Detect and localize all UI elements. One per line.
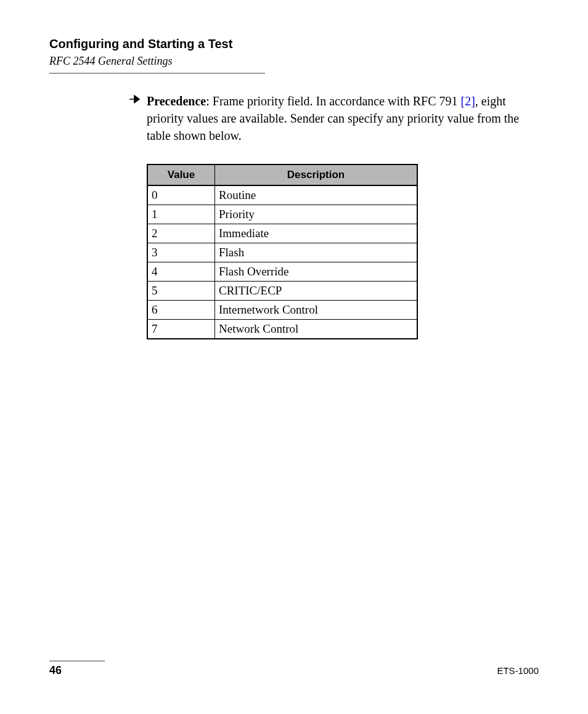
cell-description: Priority (215, 205, 418, 224)
table-row: 3 Flash (147, 243, 417, 262)
para-before-ref: : Frame priority field. In accordance wi… (206, 94, 460, 108)
cell-description: CRITIC/ECP (215, 282, 418, 301)
footer-rule (49, 660, 105, 662)
precedence-table: Value Description 0 Routine 1 Priority 2 (147, 164, 418, 339)
cell-value: 5 (147, 282, 215, 301)
table-row: 7 Network Control (147, 320, 417, 339)
cell-value: 4 (147, 262, 215, 282)
cell-value: 1 (147, 205, 215, 224)
section-title: Configuring and Starting a Test (49, 37, 539, 51)
table-row: 1 Priority (147, 205, 417, 224)
subsection-title: RFC 2544 General Settings (49, 55, 539, 68)
table-row: 0 Routine (147, 185, 417, 205)
page-number: 46 (49, 664, 62, 677)
term-label: Precedence (147, 94, 206, 108)
cell-value: 6 (147, 301, 215, 320)
cell-value: 7 (147, 320, 215, 339)
cell-description: Flash (215, 243, 418, 262)
cell-description: Flash Override (215, 262, 418, 282)
cell-value: 2 (147, 224, 215, 243)
device-model: ETS-1000 (497, 665, 539, 676)
table-row: 4 Flash Override (147, 262, 417, 282)
bullet-arrow-icon (129, 95, 143, 106)
cell-value: 3 (147, 243, 215, 262)
cell-description: Network Control (215, 320, 418, 339)
col-header-description: Description (215, 164, 418, 185)
cell-description: Internetwork Control (215, 301, 418, 320)
table-row: 6 Internetwork Control (147, 301, 417, 320)
cell-value: 0 (147, 185, 215, 205)
precedence-paragraph: Precedence: Frame priority field. In acc… (147, 92, 526, 144)
cell-description: Immediate (215, 224, 418, 243)
reference-link[interactable]: [2] (460, 94, 475, 108)
header-rule (49, 73, 265, 74)
table-header-row: Value Description (147, 164, 417, 185)
table-row: 2 Immediate (147, 224, 417, 243)
table-row: 5 CRITIC/ECP (147, 282, 417, 301)
cell-description: Routine (215, 185, 418, 205)
col-header-value: Value (147, 164, 215, 185)
